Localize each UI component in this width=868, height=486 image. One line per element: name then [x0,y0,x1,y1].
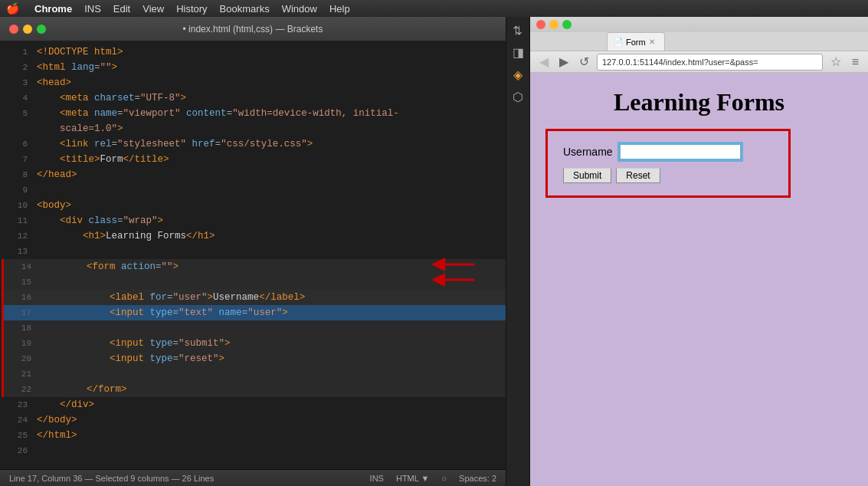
tl-close[interactable] [9,25,18,34]
form-buttons: Submit Reset [563,168,773,183]
tl-maximize[interactable] [37,25,46,34]
code-line-22: 22 </form> [2,382,506,397]
username-label: Username [563,146,613,158]
menu-help[interactable]: Help [329,3,350,15]
code-line-18: 18 [2,320,506,336]
refresh-button[interactable]: ↺ [576,53,592,71]
form-container: Username Submit Reset [545,129,791,198]
browser-content: Learning Forms Username Submit Reset [530,73,868,486]
status-lang[interactable]: HTML ▼ [396,474,429,483]
code-line-3: 3 <head> [0,75,506,90]
code-editor-wrapper: 1 <!DOCTYPE html> 2 <html lang=""> 3 <he… [0,41,506,469]
code-line-15: 15 [2,274,506,290]
browser-traffic-lights [536,20,572,29]
sidebar-live-icon[interactable]: ◈ [513,67,522,82]
code-line-25: 25 </html> [0,428,506,443]
code-line-16: 16 <label for="user">Username</label> [2,290,506,305]
browser-panel: 📄 Form ✕ ◀ ▶ ↺ 127.0.0.1:51144/index.htm… [530,17,868,486]
code-line-20: 20 <input type="reset"> [2,351,506,366]
page-h1: Learning Forms [545,88,853,117]
code-line-7: 7 <title>Form</title> [0,152,506,167]
code-line-13: 13 [0,244,506,259]
browser-tl-maximize[interactable] [562,20,572,29]
app-name[interactable]: Chrome [34,3,72,15]
main-area: • index.html (html,css) — Brackets 1 <!D… [0,17,868,486]
code-line-4: 4 <meta charset="UTF-8"> [0,90,506,106]
code-line-24: 24 </body> [0,412,506,428]
browser-tab-bar [530,17,868,32]
back-button[interactable]: ◀ [536,53,552,71]
code-line-8: 8 </head> [0,167,506,182]
code-line-26: 26 [0,443,506,458]
menu-btn[interactable]: ≡ [849,54,862,71]
tab-row: 📄 Form ✕ [530,32,868,51]
browser-tl-close[interactable] [536,20,545,29]
code-line-2: 2 <html lang=""> [0,60,506,75]
form-username-row: Username [563,143,773,160]
browser-tab[interactable]: 📄 Form ✕ [607,32,665,51]
menu-bar: 🍎 Chrome INS Edit View History Bookmarks… [0,0,868,17]
status-encoding-icon[interactable]: ○ [441,474,447,483]
code-line-23: 23 </div> [0,397,506,412]
username-input[interactable] [619,143,742,160]
editor-sidebar: ⇄ ◨ ◈ ⬡ [506,17,530,486]
url-text: 127.0.0.1:51144/index.html?user=&pass= [602,57,758,67]
menu-bookmarks[interactable]: Bookmarks [220,3,270,15]
reset-button[interactable]: Reset [616,168,660,183]
tab-title: Form [626,38,646,47]
status-ins: INS [370,474,384,483]
menu-edit[interactable]: Edit [113,3,130,15]
code-line-6: 6 <link rel="stylesheet" href="css/style… [0,136,506,152]
status-spaces[interactable]: Spaces: 2 [459,474,496,483]
bookmark-btn[interactable]: ☆ [827,53,844,71]
tab-close-btn[interactable]: ✕ [649,38,655,46]
code-line-17: 17 <input type="text" name="user"> [2,305,506,320]
address-bar[interactable]: 127.0.0.1:51144/index.html?user=&pass= [597,54,823,71]
code-line-14: 14 <form action=""> [2,259,506,274]
tab-icon: 📄 [614,38,623,46]
sidebar-split-icon[interactable]: ⇄ [511,25,526,35]
tl-minimize[interactable] [23,25,32,34]
code-line-5: 5 <meta name="viewport" content="width=d… [0,106,506,121]
editor-title: • index.html (html,css) — Brackets [183,24,323,34]
status-bar: Line 17, Column 36 — Selected 9 columns … [0,469,506,486]
forward-button[interactable]: ▶ [556,53,572,71]
menu-view[interactable]: View [142,3,164,15]
sidebar-preview-icon[interactable]: ◨ [513,45,524,60]
code-line-12: 12 <h1>Learning Forms</h1> [0,228,506,244]
code-line-11: 11 <div class="wrap"> [0,213,506,228]
menu-file[interactable]: INS [84,3,101,15]
webpage-content: Learning Forms Username Submit Reset [545,88,853,198]
browser-tl-minimize[interactable] [549,20,558,29]
code-line-10: 10 <body> [0,198,506,213]
browser-toolbar: ◀ ▶ ↺ 127.0.0.1:51144/index.html?user=&p… [530,51,868,73]
status-position: Line 17, Column 36 — Selected 9 columns … [9,474,214,483]
sidebar-extract-icon[interactable]: ⬡ [513,90,523,104]
status-right: INS HTML ▼ ○ Spaces: 2 [370,474,496,483]
code-line-21: 21 [2,366,506,382]
apple-menu[interactable]: 🍎 [6,2,19,15]
submit-button[interactable]: Submit [563,168,611,183]
editor-panel: • index.html (html,css) — Brackets 1 <!D… [0,17,506,486]
code-line-5b: scale=1.0"> [0,121,506,136]
code-area[interactable]: 1 <!DOCTYPE html> 2 <html lang=""> 3 <he… [0,41,506,461]
code-line-19: 19 <input type="submit"> [2,336,506,351]
traffic-lights [9,25,46,34]
editor-titlebar: • index.html (html,css) — Brackets [0,17,506,41]
code-line-9: 9 [0,182,506,198]
code-line-1: 1 <!DOCTYPE html> [0,44,506,60]
menu-history[interactable]: History [176,3,207,15]
menu-window[interactable]: Window [282,3,317,15]
